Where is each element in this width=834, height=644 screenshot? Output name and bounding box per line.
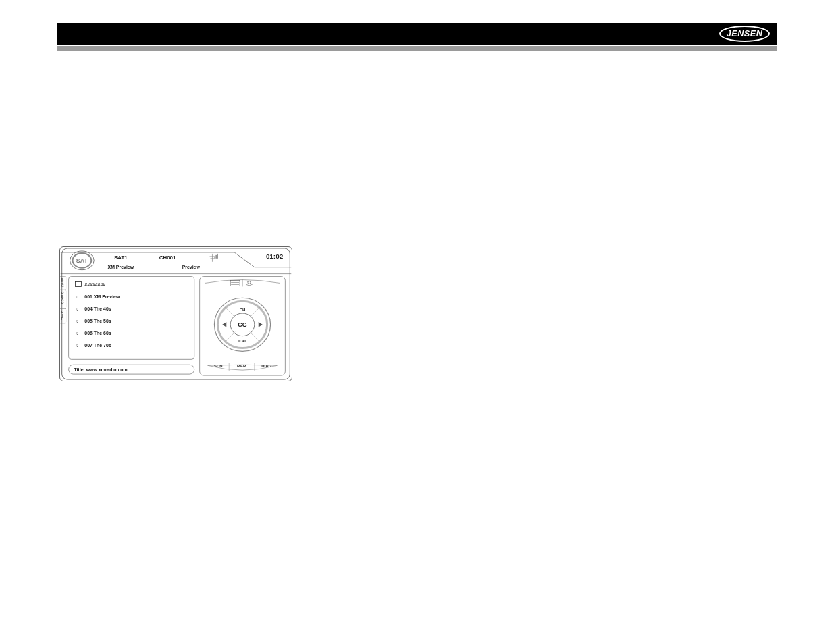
dial-center-button[interactable]: CG [238,321,246,328]
signal-icon [209,254,217,262]
list-item[interactable]: ♫ 005 The 50s [76,319,111,323]
svg-text:♫: ♫ [76,331,78,336]
svg-point-37 [248,281,251,284]
clock-label: 01:02 [266,252,284,260]
device-screen: SAT SAT1 CH001 01:02 XM Preview Preview … [59,246,292,381]
svg-text:########: ######## [84,282,105,287]
list-item[interactable]: ♫ 006 The 60s [76,331,111,336]
dial-bottom[interactable]: CAT [238,339,246,343]
svg-text:001 XM Preview: 001 XM Preview [84,294,120,299]
svg-rect-5 [217,254,217,259]
list-item[interactable]: ♫ 007 The 70s [76,343,111,348]
svg-text:004 The 40s: 004 The 40s [84,306,111,311]
softkey-scn[interactable]: SCN [214,364,223,368]
band-label: SAT1 [114,254,128,261]
softkey-mem[interactable]: MEM [237,364,246,368]
keyboard-icon[interactable] [230,281,240,286]
header-black-bar [57,23,777,45]
svg-rect-3 [214,257,215,259]
svg-text:007 The 70s: 007 The 70s [84,343,111,348]
footer-title: Title: www.xmradio.com [74,367,128,372]
svg-text:♫: ♫ [76,344,78,348]
channel-label: CH001 [159,254,176,261]
list-item[interactable]: ♫ 001 XM Preview [76,294,120,299]
svg-rect-0 [62,248,290,379]
category-label: XM Preview [108,265,134,269]
svg-text:♫: ♫ [76,319,78,323]
softkey-diag[interactable]: DIAG [261,364,271,368]
svg-text:♫: ♫ [76,307,78,311]
svg-rect-20 [76,281,82,286]
svg-text:R: R [61,302,64,305]
brand-name: JENSEN [727,29,763,38]
side-tabs: E S C R E A R P I P [60,277,66,323]
svg-text:C: C [61,284,64,288]
svg-rect-4 [215,255,216,259]
now-label: Preview [182,265,201,269]
header-gray-bar [57,46,777,51]
dial-left[interactable] [222,322,226,327]
svg-text:♫: ♫ [76,295,78,299]
brand-badge: JENSEN [719,26,770,42]
mode-icon: SAT [76,257,88,264]
svg-text:P: P [61,317,64,321]
list-item[interactable]: ######## [76,281,106,287]
svg-text:005 The 50s: 005 The 50s [84,319,111,323]
dial-right[interactable] [259,322,263,327]
svg-text:006 The 60s: 006 The 60s [84,331,111,336]
dial-top[interactable]: CH [240,308,246,312]
list-item[interactable]: ♫ 004 The 40s [76,306,111,311]
satellite-icon[interactable] [246,281,253,286]
